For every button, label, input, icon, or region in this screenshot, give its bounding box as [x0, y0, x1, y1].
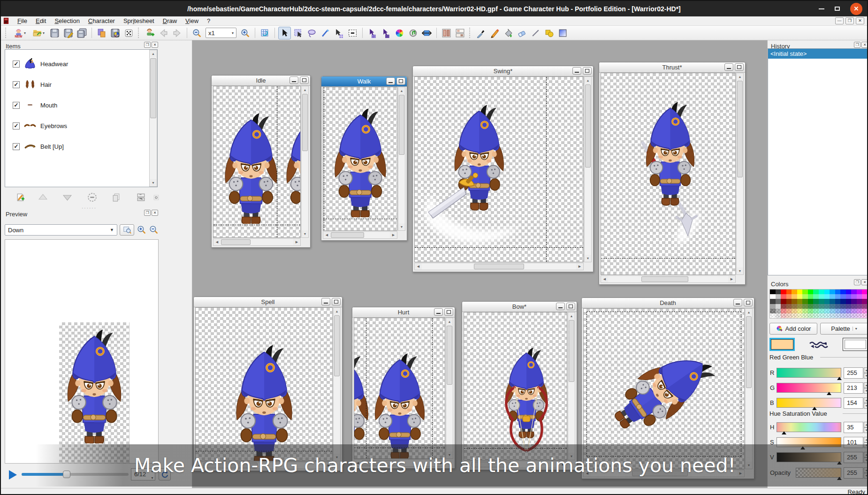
palette-swatch[interactable]: [851, 309, 857, 313]
palette-swatch[interactable]: [830, 299, 835, 304]
palette-swatch[interactable]: [808, 313, 814, 318]
palette-swatch[interactable]: [840, 289, 846, 294]
palette-swatch[interactable]: [813, 313, 819, 318]
palette-swatch[interactable]: [792, 304, 797, 309]
palette-swatch[interactable]: [797, 299, 803, 304]
preview-close-icon[interactable]: ✕: [152, 210, 158, 216]
palette-swatch[interactable]: [846, 294, 852, 299]
preview-fit-button[interactable]: [120, 224, 134, 236]
palette-swatch[interactable]: [846, 289, 852, 294]
palette-swatch[interactable]: [830, 309, 835, 313]
menu-spritesheet[interactable]: Spritesheet: [120, 16, 158, 25]
palette-swatch[interactable]: [835, 289, 841, 294]
window-maximize-icon[interactable]: [566, 303, 575, 310]
palette-swatch[interactable]: [862, 289, 868, 294]
palette-swatch[interactable]: [770, 304, 776, 309]
palette-swatch[interactable]: [802, 294, 808, 299]
animation-canvas[interactable]: [601, 73, 736, 275]
preview-zoom-in-button[interactable]: [135, 223, 147, 236]
palette-swatch[interactable]: [808, 289, 814, 294]
crop-frame-tool-button[interactable]: [346, 27, 359, 39]
palette-swatch[interactable]: [781, 289, 786, 294]
palette-swatch[interactable]: [776, 309, 781, 313]
menu-draw[interactable]: Draw: [159, 16, 181, 25]
horizontal-scrollbar[interactable]: ◀▶: [414, 263, 584, 270]
window-titlebar[interactable]: Walk: [321, 76, 407, 87]
list-item-eyebrows[interactable]: ✓ Eyebrows: [9, 115, 145, 136]
palette-swatch[interactable]: [824, 294, 830, 299]
palette-swatch[interactable]: [851, 299, 857, 304]
palette-swatch[interactable]: [781, 309, 786, 313]
palette-swatch[interactable]: [835, 313, 841, 318]
palette-swatch[interactable]: [813, 289, 819, 294]
spritesheet-compare-button[interactable]: [454, 27, 466, 39]
palette-swatch[interactable]: [840, 313, 846, 318]
palette-swatch[interactable]: [819, 289, 824, 294]
window-titlebar[interactable]: Spell: [194, 297, 342, 307]
vertical-scrollbar[interactable]: ▲▼: [333, 307, 341, 461]
mdi-window-swing[interactable]: Swing* ▲▼ ◀▶: [412, 66, 594, 272]
items-scrollbar[interactable]: ▲ ▼: [149, 50, 157, 187]
palette-swatch[interactable]: [770, 309, 776, 313]
swap-colors-icon[interactable]: [808, 340, 830, 350]
palette-swatch[interactable]: [808, 299, 814, 304]
items-float-icon[interactable]: ❐: [144, 42, 151, 48]
minimize-icon[interactable]: [819, 8, 824, 9]
window-titlebar[interactable]: Idle: [212, 76, 310, 86]
history-float-icon[interactable]: ❐: [854, 42, 860, 48]
list-item-belt-up[interactable]: ✓ Belt [Up]: [9, 136, 145, 157]
undo-button[interactable]: [157, 27, 170, 39]
window-minimize-icon[interactable]: [434, 308, 443, 316]
palette-swatch[interactable]: [862, 313, 868, 318]
menu-selection[interactable]: Selection: [51, 16, 83, 25]
palette-swatch[interactable]: [776, 289, 781, 294]
add-item-button[interactable]: [13, 190, 27, 204]
menu-edit[interactable]: Edit: [32, 16, 50, 25]
window-minimize-icon[interactable]: [386, 77, 395, 85]
move-item-down-button[interactable]: [60, 190, 74, 204]
slider-value[interactable]: 154: [844, 397, 863, 409]
window-titlebar[interactable]: Bow*: [462, 302, 577, 312]
checkbox[interactable]: ✓: [13, 102, 20, 109]
window-minimize-icon[interactable]: [733, 299, 742, 306]
palette-swatch[interactable]: [862, 294, 868, 299]
palette-swatch[interactable]: [862, 304, 868, 309]
window-maximize-icon[interactable]: [444, 308, 453, 316]
window-maximize-icon[interactable]: [332, 298, 341, 305]
horizontal-scrollbar[interactable]: ◀▶: [323, 231, 397, 239]
window-minimize-icon[interactable]: [321, 298, 330, 305]
palette-swatch[interactable]: [813, 294, 819, 299]
palette-swatch[interactable]: [830, 294, 835, 299]
horizontal-scrollbar[interactable]: ◀▶: [213, 238, 301, 246]
rect-select-tool-button[interactable]: [292, 27, 305, 39]
palette-swatch[interactable]: [830, 304, 835, 309]
grid-settings-button[interactable]: [259, 27, 271, 39]
palette-swatch[interactable]: [840, 294, 846, 299]
palette-swatch[interactable]: [851, 294, 857, 299]
palette-swatch[interactable]: [770, 294, 776, 299]
toolbar-handle[interactable]: [469, 28, 472, 38]
window-minimize-icon[interactable]: [556, 303, 565, 310]
palette-swatch[interactable]: [824, 289, 830, 294]
remove-item-button[interactable]: [85, 190, 99, 204]
palette-swatch[interactable]: [792, 294, 797, 299]
palette-swatch[interactable]: [786, 289, 792, 294]
primary-color-swatch[interactable]: [769, 338, 795, 351]
checkbox[interactable]: ✓: [13, 143, 20, 150]
palette-swatch[interactable]: [819, 294, 824, 299]
vertical-scrollbar[interactable]: ▲▼: [301, 86, 309, 238]
palette-swatch[interactable]: [824, 304, 830, 309]
window-titlebar[interactable]: Swing*: [413, 66, 593, 76]
slider-value[interactable]: 213: [844, 382, 863, 394]
window-minimize-icon[interactable]: [572, 67, 581, 75]
vertical-scrollbar[interactable]: ▲▼: [584, 76, 592, 262]
hue-slider[interactable]: [777, 422, 841, 432]
mdi-window-idle[interactable]: Idle ▲▼ ◀▶: [211, 75, 311, 248]
palette-swatch[interactable]: [846, 313, 852, 318]
palette-swatch[interactable]: [786, 313, 792, 318]
merge-items-button[interactable]: [134, 190, 148, 204]
line-tool-button[interactable]: [529, 27, 542, 39]
palette-swatch[interactable]: [813, 309, 819, 313]
zoom-in-button[interactable]: [239, 27, 251, 39]
green-slider[interactable]: [777, 383, 841, 393]
